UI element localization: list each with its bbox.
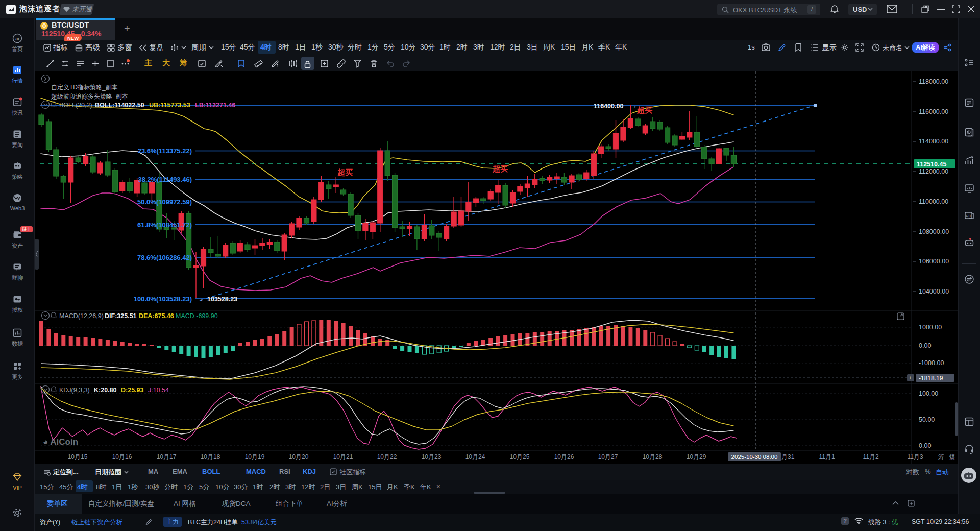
svg-text:MACD:-699.90: MACD:-699.90 bbox=[176, 312, 218, 320]
svg-text:2025-10-30 08:00: 2025-10-30 08:00 bbox=[731, 454, 778, 460]
svg-text:114000.00: 114000.00 bbox=[919, 138, 948, 145]
svg-text:50.0%(109972.59): 50.0%(109972.59) bbox=[137, 198, 192, 206]
svg-text:23.6%(113375.22): 23.6%(113375.22) bbox=[138, 147, 192, 155]
svg-text:D:25.93: D:25.93 bbox=[121, 387, 144, 394]
svg-text:LB:112271.46: LB:112271.46 bbox=[195, 102, 235, 109]
svg-text:116000.00: 116000.00 bbox=[919, 108, 948, 115]
svg-text:10月17: 10月17 bbox=[157, 453, 177, 461]
svg-text:78.6%(106286.42): 78.6%(106286.42) bbox=[137, 254, 192, 261]
svg-text:DEA:675.46: DEA:675.46 bbox=[139, 312, 174, 320]
svg-text:BOLL:114022.50: BOLL:114022.50 bbox=[95, 102, 144, 109]
svg-text:50.00: 50.00 bbox=[919, 416, 935, 423]
svg-text:11月1: 11月1 bbox=[819, 453, 835, 461]
svg-text:-1000.00: -1000.00 bbox=[919, 359, 944, 367]
svg-text:筹: 筹 bbox=[938, 453, 944, 461]
svg-text:11月2: 11月2 bbox=[863, 453, 878, 461]
svg-text:→: → bbox=[631, 102, 637, 109]
svg-text:10月23: 10月23 bbox=[422, 453, 442, 461]
svg-text:10月26: 10月26 bbox=[554, 453, 574, 461]
svg-text:K:20.80: K:20.80 bbox=[94, 387, 117, 394]
svg-text:100.0%(103528.23): 100.0%(103528.23) bbox=[134, 295, 192, 303]
svg-text:116400.00: 116400.00 bbox=[594, 103, 623, 110]
svg-text:超买: 超买 bbox=[337, 168, 353, 177]
svg-text:← 103528.23: ← 103528.23 bbox=[199, 296, 237, 303]
svg-text:38.2%(111493.46): 38.2%(111493.46) bbox=[138, 176, 192, 183]
svg-text:UB:115773.53: UB:115773.53 bbox=[149, 102, 190, 109]
svg-text:10月28: 10月28 bbox=[643, 453, 663, 461]
svg-text:10月25: 10月25 bbox=[510, 453, 530, 461]
svg-text:KDJ(9,3,3): KDJ(9,3,3) bbox=[59, 387, 90, 394]
svg-text:10月18: 10月18 bbox=[201, 453, 220, 461]
svg-text:10月19: 10月19 bbox=[245, 453, 265, 461]
svg-text:10月24: 10月24 bbox=[465, 453, 485, 461]
svg-text:10月15: 10月15 bbox=[68, 453, 88, 461]
svg-text:ETF: ETF bbox=[966, 214, 972, 218]
svg-text:超买: 超买 bbox=[492, 164, 508, 173]
svg-text:61.8%(108451.72): 61.8%(108451.72) bbox=[137, 221, 192, 229]
svg-text:10月20: 10月20 bbox=[289, 453, 309, 461]
svg-text:118000.00: 118000.00 bbox=[919, 78, 948, 85]
svg-text:1000.00: 1000.00 bbox=[919, 324, 942, 331]
svg-text:+: + bbox=[909, 375, 912, 381]
svg-text:自定义TD指标策略_副本: 自定义TD指标策略_副本 bbox=[51, 84, 118, 91]
svg-text:10月29: 10月29 bbox=[687, 453, 706, 461]
svg-text:10月21: 10月21 bbox=[333, 453, 353, 461]
svg-text:11月3: 11月3 bbox=[907, 453, 923, 461]
svg-text:0.00: 0.00 bbox=[919, 342, 931, 349]
svg-text:10月16: 10月16 bbox=[112, 453, 132, 461]
svg-text:112000.00: 112000.00 bbox=[919, 168, 948, 175]
svg-text:DIF:325.51: DIF:325.51 bbox=[105, 312, 137, 320]
svg-text:106000.00: 106000.00 bbox=[919, 258, 949, 265]
svg-text:0.00: 0.00 bbox=[919, 442, 931, 449]
svg-text:100.00: 100.00 bbox=[919, 390, 938, 397]
svg-text:108000.00: 108000.00 bbox=[919, 228, 949, 235]
svg-text:超买: 超买 bbox=[636, 106, 652, 114]
svg-text:112510.45: 112510.45 bbox=[917, 161, 946, 168]
svg-text:BOLL(20,2): BOLL(20,2) bbox=[59, 102, 92, 109]
svg-text:110000.00: 110000.00 bbox=[919, 198, 948, 205]
svg-text:10月27: 10月27 bbox=[598, 453, 618, 461]
svg-text:爆: 爆 bbox=[949, 453, 955, 461]
svg-text:104000.00: 104000.00 bbox=[919, 288, 949, 295]
svg-text:-1818.19: -1818.19 bbox=[919, 375, 943, 382]
svg-text:10月22: 10月22 bbox=[377, 453, 397, 461]
svg-text:ai: ai bbox=[15, 36, 19, 41]
svg-text:超级波段追踪多头策略_副本: 超级波段追踪多头策略_副本 bbox=[51, 93, 128, 100]
svg-text:J:10.54: J:10.54 bbox=[148, 387, 169, 394]
svg-text:MACD(12,26,9): MACD(12,26,9) bbox=[59, 312, 104, 320]
